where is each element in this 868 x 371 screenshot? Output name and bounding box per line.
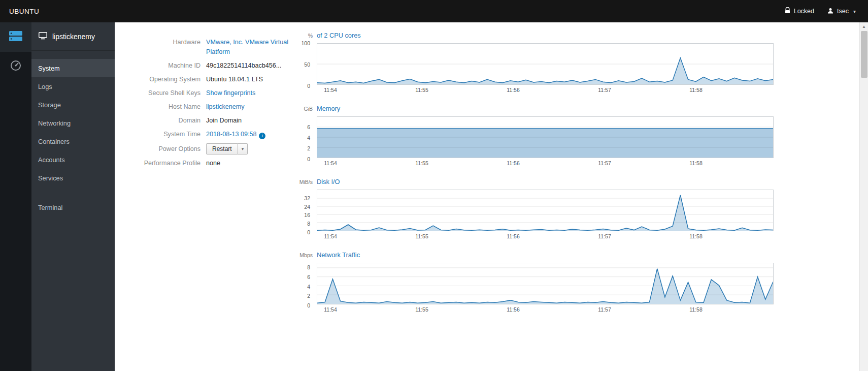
performance-profile-row: Performance Profile none: [115, 159, 297, 168]
dashboard-nav-icon-tile[interactable]: [0, 52, 31, 81]
y-tick-label: 16: [304, 212, 310, 218]
y-tick-label: 0: [307, 229, 310, 235]
sidebar-item-accounts[interactable]: Accounts: [31, 150, 115, 169]
x-tick-label: 11:55: [415, 87, 428, 93]
x-tick-label: 11:55: [415, 233, 428, 239]
y-tick-label: 6: [307, 124, 310, 130]
x-tick-label: 11:56: [507, 87, 520, 93]
y-axis: 02468: [297, 263, 313, 305]
y-tick-label: 0: [307, 156, 310, 162]
machine-id-row: Machine ID 49c1822514114bacb456...: [115, 61, 297, 71]
x-tick-label: 11:57: [598, 233, 611, 239]
x-tick-label: 11:57: [598, 160, 611, 166]
ssh-keys-row: Secure Shell Keys Show fingerprints: [115, 88, 297, 98]
sidebar-item-system[interactable]: System: [31, 59, 115, 77]
x-tick-label: 11:57: [598, 306, 611, 313]
user-menu[interactable]: tsec ▾: [827, 8, 856, 15]
x-tick-label: 11:57: [598, 87, 611, 93]
x-tick-label: 11:58: [689, 160, 703, 166]
y-axis: 050100: [297, 43, 313, 86]
icon-strip: [0, 22, 31, 371]
y-tick-label: 8: [307, 221, 310, 227]
info-label: Secure Shell Keys: [115, 88, 206, 98]
x-tick-label: 11:54: [324, 233, 337, 239]
memory-plot: [317, 116, 774, 158]
y-tick-label: 2: [307, 293, 310, 299]
network-traffic-chart-title[interactable]: Network Traffic: [317, 251, 360, 259]
y-tick-label: 8: [307, 264, 310, 270]
gauge-icon: [10, 59, 22, 74]
y-axis: 0246: [297, 116, 313, 159]
locked-indicator[interactable]: Locked: [785, 7, 814, 15]
sidebar-item-storage[interactable]: Storage: [31, 96, 115, 114]
x-tick-label: 11:56: [507, 233, 520, 239]
y-tick-label: 24: [304, 204, 310, 210]
sidebar-item-services[interactable]: Services: [31, 169, 115, 187]
x-tick-label: 11:54: [324, 306, 337, 313]
machines-nav-icon-tile[interactable]: [0, 22, 31, 52]
cockpit-app: UBUNTU Locked tsec ▾: [0, 0, 868, 371]
memory-chart-title[interactable]: Memory: [317, 105, 340, 112]
y-tick-label: 50: [304, 61, 310, 68]
host-name: lipstickenemy: [52, 33, 95, 41]
x-axis: 11:5411:5511:5611:5711:58: [317, 304, 774, 313]
sidebar-item-logs[interactable]: Logs: [31, 77, 115, 96]
info-label: Machine ID: [115, 61, 206, 71]
x-tick-label: 11:56: [507, 160, 520, 166]
cpu-chart-title[interactable]: of 2 CPU cores: [317, 32, 361, 39]
power-options-row: Power Options Restart ▾: [115, 143, 297, 154]
cpu-plot: [317, 43, 774, 85]
y-tick-label: 100: [301, 40, 310, 46]
sidebar-item-terminal[interactable]: Terminal: [31, 198, 115, 217]
x-tick-label: 11:54: [324, 87, 337, 93]
system-time-row: System Time 2018-08-13 09:58i: [115, 130, 297, 139]
charts-panel: % of 2 CPU cores 050100 11:5411:5511:561…: [297, 22, 868, 371]
user-name: tsec: [837, 8, 849, 15]
restart-dropdown-button[interactable]: ▾: [238, 143, 248, 154]
x-tick-label: 11:58: [689, 306, 703, 313]
memory-chart: GiB Memory 0246 11:5411:5511:5611:5711:5…: [297, 105, 774, 167]
info-label: Performance Profile: [115, 159, 206, 168]
x-tick-label: 11:58: [689, 233, 703, 239]
info-label: System Time: [115, 130, 206, 139]
sidebar-item-containers[interactable]: Containers: [31, 132, 115, 150]
x-axis: 11:5411:5511:5611:5711:58: [317, 85, 774, 94]
x-tick-label: 11:55: [415, 160, 428, 166]
machine-id-value: 49c1822514114bacb456...: [206, 61, 281, 71]
network-traffic-chart: Mbps Network Traffic 02468 11:5411:5511:…: [297, 251, 774, 313]
vertical-scrollbar[interactable]: ▲: [859, 22, 868, 371]
host-name-link[interactable]: lipstickenemy: [206, 102, 245, 112]
info-label: Hardware: [115, 38, 206, 57]
chevron-down-icon: ▾: [853, 9, 856, 14]
x-tick-label: 11:54: [324, 160, 337, 166]
info-label: Operating System: [115, 75, 206, 84]
system-time-link[interactable]: 2018-08-13 09:58: [206, 131, 256, 138]
disk-io-chart-title[interactable]: Disk I/O: [317, 178, 340, 186]
hardware-row: Hardware VMware, Inc. VMware Virtual Pla…: [115, 38, 297, 57]
lock-icon: [785, 7, 790, 15]
x-axis: 11:5411:5511:5611:5711:58: [317, 158, 774, 167]
locked-label: Locked: [794, 8, 814, 15]
x-axis: 11:5411:5511:5611:5711:58: [317, 231, 774, 240]
brand-logo: UBUNTU: [9, 8, 39, 15]
monitor-icon: [39, 32, 47, 41]
x-tick-label: 11:58: [689, 87, 703, 93]
chart-unit: MiB/s: [297, 179, 313, 185]
host-selector[interactable]: lipstickenemy: [31, 22, 115, 51]
join-domain-link[interactable]: Join Domain: [206, 116, 242, 126]
scroll-up-icon[interactable]: ▲: [860, 22, 868, 30]
system-page: Hardware VMware, Inc. VMware Virtual Pla…: [115, 22, 868, 371]
domain-row: Domain Join Domain: [115, 116, 297, 126]
power-options-split-button: Restart ▾: [206, 143, 248, 154]
disk-io-chart: MiB/s Disk I/O 08162432 11:5411:5511:561…: [297, 178, 774, 240]
x-tick-label: 11:56: [507, 306, 520, 313]
performance-profile-value: none: [206, 159, 220, 168]
info-icon[interactable]: i: [259, 133, 265, 139]
show-fingerprints-link[interactable]: Show fingerprints: [206, 88, 255, 98]
restart-button[interactable]: Restart: [206, 143, 238, 154]
scrollbar-thumb[interactable]: [861, 31, 867, 78]
network-traffic-plot: [317, 263, 774, 304]
y-axis: 08162432: [297, 190, 313, 232]
hardware-link[interactable]: VMware, Inc. VMware Virtual Platform: [206, 38, 291, 57]
sidebar-item-networking[interactable]: Networking: [31, 114, 115, 132]
